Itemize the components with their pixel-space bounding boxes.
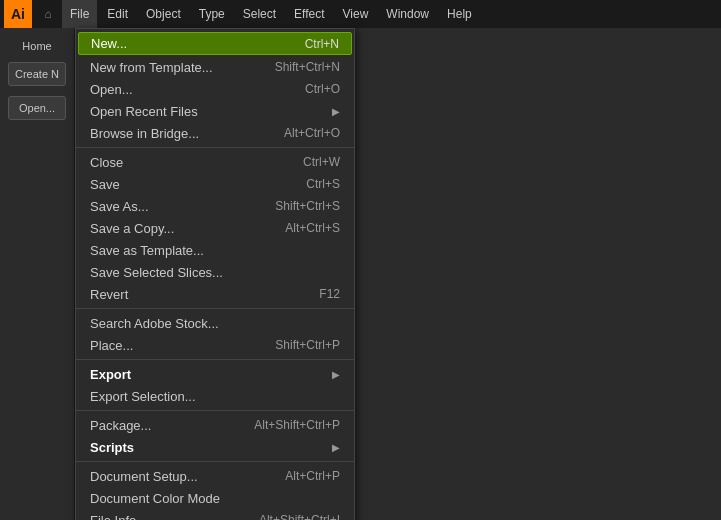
menu-item-color-mode[interactable]: Document Color Mode [76, 487, 354, 509]
menu-item-package[interactable]: Package... Alt+Shift+Ctrl+P [76, 414, 354, 436]
app-logo: Ai [4, 0, 32, 28]
menu-item-new[interactable]: New... Ctrl+N [78, 32, 352, 55]
home-icon: ⌂ [38, 4, 58, 24]
menu-item-new-from-template[interactable]: New from Template... Shift+Ctrl+N [76, 56, 354, 78]
open-button[interactable]: Open... [8, 96, 66, 120]
separator-2 [76, 308, 354, 309]
menu-type[interactable]: Type [191, 0, 233, 28]
export-arrow: ▶ [332, 369, 340, 380]
menu-item-save-slices[interactable]: Save Selected Slices... [76, 261, 354, 283]
separator-1 [76, 147, 354, 148]
menu-item-export-selection[interactable]: Export Selection... [76, 385, 354, 407]
menu-item-search-stock[interactable]: Search Adobe Stock... [76, 312, 354, 334]
menu-item-open[interactable]: Open... Ctrl+O [76, 78, 354, 100]
menu-item-close[interactable]: Close Ctrl+W [76, 151, 354, 173]
submenu-arrow: ▶ [332, 106, 340, 117]
scripts-arrow: ▶ [332, 442, 340, 453]
menu-item-revert[interactable]: Revert F12 [76, 283, 354, 305]
create-button[interactable]: Create N [8, 62, 66, 86]
sidebar-home[interactable]: Home [22, 40, 51, 52]
menu-select[interactable]: Select [235, 0, 284, 28]
menu-bar: Ai ⌂ File Edit Object Type Select Effect… [0, 0, 721, 28]
menu-item-file-info[interactable]: File Info... Alt+Shift+Ctrl+I [76, 509, 354, 520]
menu-item-browse-bridge[interactable]: Browse in Bridge... Alt+Ctrl+O [76, 122, 354, 144]
separator-5 [76, 461, 354, 462]
separator-4 [76, 410, 354, 411]
menu-item-save-template[interactable]: Save as Template... [76, 239, 354, 261]
menu-item-scripts[interactable]: Scripts ▶ [76, 436, 354, 458]
sidebar: Home Create N Open... [0, 28, 75, 520]
menu-window[interactable]: Window [378, 0, 437, 28]
menu-view[interactable]: View [335, 0, 377, 28]
menu-item-save[interactable]: Save Ctrl+S [76, 173, 354, 195]
menu-item-export[interactable]: Export ▶ [76, 363, 354, 385]
menu-item-open-recent[interactable]: Open Recent Files ▶ [76, 100, 354, 122]
menu-file[interactable]: File [62, 0, 97, 28]
menu-item-place[interactable]: Place... Shift+Ctrl+P [76, 334, 354, 356]
separator-3 [76, 359, 354, 360]
menu-effect[interactable]: Effect [286, 0, 332, 28]
menu-item-save-copy[interactable]: Save a Copy... Alt+Ctrl+S [76, 217, 354, 239]
menu-help[interactable]: Help [439, 0, 480, 28]
menu-edit[interactable]: Edit [99, 0, 136, 28]
file-menu-dropdown: New... Ctrl+N New from Template... Shift… [75, 28, 355, 520]
menu-item-document-setup[interactable]: Document Setup... Alt+Ctrl+P [76, 465, 354, 487]
menu-item-save-as[interactable]: Save As... Shift+Ctrl+S [76, 195, 354, 217]
menu-object[interactable]: Object [138, 0, 189, 28]
